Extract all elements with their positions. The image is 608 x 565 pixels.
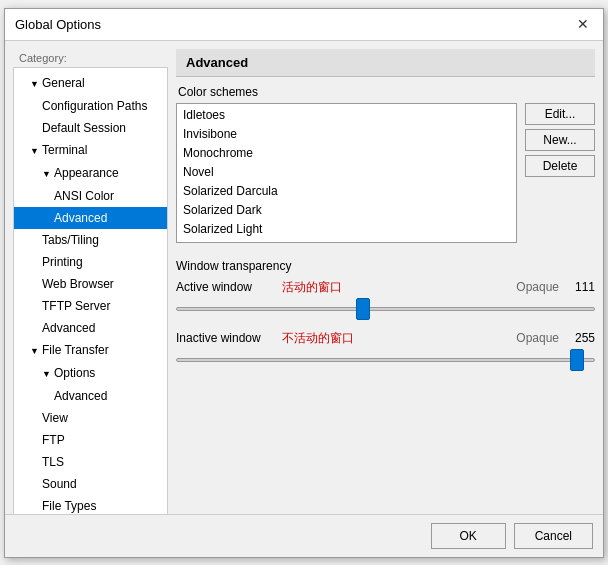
inactive-value: 255 — [565, 331, 595, 345]
active-window-row-header: Active window 活动的窗口 Opaque 111 — [176, 279, 595, 296]
dialog-title: Global Options — [15, 17, 101, 32]
close-button[interactable]: ✕ — [573, 14, 593, 34]
content-header: Advanced — [176, 49, 595, 77]
sidebar-item-default-session[interactable]: Default Session — [14, 117, 167, 139]
sidebar-item-sound[interactable]: Sound — [14, 473, 167, 495]
sidebar-item-tls[interactable]: TLS — [14, 451, 167, 473]
list-item[interactable]: Solarized Light — [179, 220, 514, 239]
color-schemes-listbox[interactable]: IdletoesInvisiboneMonochromeNovelSolariz… — [176, 103, 517, 243]
chevron-down-icon: ▼ — [30, 342, 42, 360]
sidebar-item-label: Advanced — [42, 321, 95, 335]
sidebar-item-config-paths[interactable]: Configuration Paths — [14, 95, 167, 117]
dialog-body: Category: ▼ GeneralConfiguration PathsDe… — [5, 41, 603, 514]
sidebar-item-label: Default Session — [42, 121, 126, 135]
sidebar-container: Category: ▼ GeneralConfiguration PathsDe… — [13, 49, 168, 506]
inactive-slider-row — [176, 349, 595, 371]
sidebar-item-view[interactable]: View — [14, 407, 167, 429]
edit-button[interactable]: Edit... — [525, 103, 595, 125]
sidebar-item-label: Web Browser — [42, 277, 114, 291]
active-slider-thumb[interactable] — [356, 298, 370, 320]
delete-button[interactable]: Delete — [525, 155, 595, 177]
sidebar-item-tabs-tiling[interactable]: Tabs/Tiling — [14, 229, 167, 251]
active-slider-track — [176, 307, 595, 311]
dialog-footer: OK Cancel — [5, 514, 603, 557]
window-transparency-label: Window transparency — [176, 259, 595, 273]
global-options-dialog: Global Options ✕ Category: ▼ GeneralConf… — [4, 8, 604, 558]
color-schemes-area: IdletoesInvisiboneMonochromeNovelSolariz… — [176, 103, 595, 243]
active-slider-row — [176, 298, 595, 320]
chevron-down-icon: ▼ — [30, 142, 42, 160]
sidebar-item-file-types[interactable]: File Types — [14, 495, 167, 514]
sidebar-item-advanced3[interactable]: Advanced — [14, 385, 167, 407]
chevron-down-icon: ▼ — [42, 365, 54, 383]
title-bar: Global Options ✕ — [5, 9, 603, 41]
active-value: 111 — [565, 280, 595, 294]
transparency-section: Window transparency Active window 活动的窗口 … — [176, 259, 595, 381]
list-item[interactable]: Solarized Darcula — [179, 182, 514, 201]
sidebar-item-ansi-color[interactable]: ANSI Color — [14, 185, 167, 207]
sidebar-item-printing[interactable]: Printing — [14, 251, 167, 273]
sidebar-item-label: Sound — [42, 477, 77, 491]
inactive-window-chinese: 不活动的窗口 — [282, 330, 354, 347]
color-schemes-label: Color schemes — [176, 85, 595, 99]
list-item[interactable]: Idletoes — [179, 106, 514, 125]
category-label: Category: — [13, 49, 168, 67]
sidebar-item-label: Advanced — [54, 211, 107, 225]
sidebar-item-label: FTP — [42, 433, 65, 447]
sidebar-item-label: Printing — [42, 255, 83, 269]
sidebar-item-label: File Types — [42, 499, 96, 513]
sidebar-item-label: View — [42, 411, 68, 425]
sidebar-item-file-transfer[interactable]: ▼ File Transfer — [14, 339, 167, 362]
sidebar-item-label: ANSI Color — [54, 189, 114, 203]
chevron-down-icon: ▼ — [30, 75, 42, 93]
sidebar-item-label: Options — [54, 366, 95, 380]
sidebar-item-terminal[interactable]: ▼ Terminal — [14, 139, 167, 162]
sidebar-item-label: Advanced — [54, 389, 107, 403]
sidebar-item-label: File Transfer — [42, 343, 109, 357]
sidebar-item-label: TLS — [42, 455, 64, 469]
cancel-button[interactable]: Cancel — [514, 523, 593, 549]
list-item[interactable]: Tomorrow — [179, 239, 514, 243]
list-item[interactable]: Invisibone — [179, 125, 514, 144]
sidebar-item-web-browser[interactable]: Web Browser — [14, 273, 167, 295]
inactive-window-row-header: Inactive window 不活动的窗口 Opaque 255 — [176, 330, 595, 347]
sidebar-item-label: General — [42, 76, 85, 90]
sidebar-item-appearance[interactable]: ▼ Appearance — [14, 162, 167, 185]
sidebar-item-options[interactable]: ▼ Options — [14, 362, 167, 385]
active-window-chinese: 活动的窗口 — [282, 279, 342, 296]
sidebar-item-label: Configuration Paths — [42, 99, 147, 113]
sidebar-item-label: Tabs/Tiling — [42, 233, 99, 247]
list-item[interactable]: Novel — [179, 163, 514, 182]
ok-button[interactable]: OK — [431, 523, 506, 549]
sidebar-item-advanced2[interactable]: Advanced — [14, 317, 167, 339]
sidebar-item-label: TFTP Server — [42, 299, 110, 313]
sidebar-tree: ▼ GeneralConfiguration PathsDefault Sess… — [13, 67, 168, 514]
inactive-slider-thumb[interactable] — [570, 349, 584, 371]
sidebar-item-label: Terminal — [42, 143, 87, 157]
list-item[interactable]: Solarized Dark — [179, 201, 514, 220]
list-item[interactable]: Monochrome — [179, 144, 514, 163]
content-panel: Advanced Color schemes IdletoesInvisibon… — [176, 49, 595, 506]
sidebar-item-advanced[interactable]: Advanced — [14, 207, 167, 229]
chevron-down-icon: ▼ — [42, 165, 54, 183]
inactive-window-label: Inactive window — [176, 331, 276, 345]
inactive-opaque-label: Opaque — [516, 331, 559, 345]
sidebar-item-label: Appearance — [54, 166, 119, 180]
sidebar-item-ftp[interactable]: FTP — [14, 429, 167, 451]
color-scheme-buttons: Edit... New... Delete — [525, 103, 595, 243]
sidebar-item-tftp-server[interactable]: TFTP Server — [14, 295, 167, 317]
active-window-label: Active window — [176, 280, 276, 294]
new-button[interactable]: New... — [525, 129, 595, 151]
sidebar-item-general[interactable]: ▼ General — [14, 72, 167, 95]
inactive-slider-track — [176, 358, 595, 362]
active-opaque-label: Opaque — [516, 280, 559, 294]
